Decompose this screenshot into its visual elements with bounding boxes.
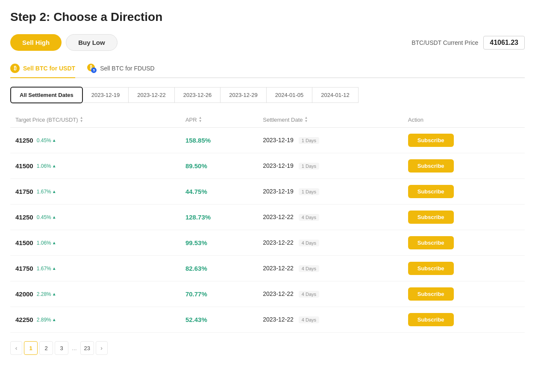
buy-low-button[interactable]: Buy Low (66, 34, 118, 51)
td-settlement-7: 2023-12-22 4 Days (258, 307, 403, 333)
days-badge-1: 1 Days (299, 163, 319, 170)
arrow-up-icon-1: ▲ (52, 164, 56, 168)
settlement-tab-0[interactable]: All Settlement Dates (10, 87, 83, 103)
pagination-next[interactable]: › (96, 341, 108, 355)
th-action: Action (403, 112, 525, 128)
btc-usdt-icon: ₿ (10, 64, 20, 73)
apr-value-1: 89.50% (185, 162, 207, 170)
days-badge-3: 4 Days (299, 214, 319, 221)
subscribe-button-4[interactable]: Subscribe (408, 236, 454, 249)
settlement-tab-3[interactable]: 2023-12-26 (175, 87, 221, 103)
td-target-price-1: 41500 1.06% ▲ (10, 153, 180, 179)
settlement-tab-1[interactable]: 2023-12-19 (83, 87, 129, 103)
subscribe-button-2[interactable]: Subscribe (408, 185, 454, 198)
td-target-price-3: 41250 0.45% ▲ (10, 205, 180, 230)
days-badge-5: 4 Days (299, 265, 319, 272)
pagination: ‹123...23› (10, 341, 525, 355)
target-price-value-5: 41750 (15, 265, 33, 272)
direction-bar: Sell High Buy Low BTC/USDT Current Price… (10, 34, 525, 51)
apr-value-6: 70.77% (185, 290, 207, 298)
settle-date-1: 2023-12-19 (263, 162, 294, 169)
page-btn-2[interactable]: 2 (39, 341, 53, 355)
target-price-value-0: 41250 (15, 137, 33, 144)
table-row: 41500 1.06% ▲ 99.53% 2023-12-22 4 Days S… (10, 230, 525, 256)
th-target-price-label: Target Price (BTC/USDT) (15, 117, 78, 123)
subscribe-button-1[interactable]: Subscribe (408, 159, 454, 173)
arrow-up-icon-5: ▲ (52, 266, 56, 271)
btc-fdusd-icon: ₿ 5 (87, 64, 97, 73)
page-btn-last[interactable]: 23 (80, 341, 94, 355)
main-table-wrap: Target Price (BTC/USDT) ▲▼ APR ▲▼ Settle… (10, 112, 525, 333)
pagination-prev[interactable]: ‹ (10, 341, 22, 355)
current-price-area: BTC/USDT Current Price 41061.23 (412, 36, 525, 50)
apr-value-5: 82.63% (185, 265, 207, 272)
th-settlement-date-label: Settlement Date (263, 117, 303, 123)
target-price-value-7: 42250 (15, 316, 33, 323)
settle-date-6: 2023-12-22 (263, 290, 294, 297)
page-title: Step 2: Choose a Direction (10, 10, 525, 24)
subscribe-button-0[interactable]: Subscribe (408, 134, 454, 147)
subscribe-button-7[interactable]: Subscribe (408, 313, 454, 326)
settlement-tab-6[interactable]: 2024-01-12 (312, 87, 359, 103)
settle-date-0: 2023-12-19 (263, 137, 294, 143)
arrow-up-icon-4: ▲ (52, 240, 56, 245)
current-price-value: 41061.23 (483, 36, 525, 50)
target-price-value-4: 41500 (15, 239, 33, 246)
th-target-price: Target Price (BTC/USDT) ▲▼ (10, 112, 180, 128)
subscribe-button-3[interactable]: Subscribe (408, 211, 454, 224)
settlement-tab-5[interactable]: 2024-01-05 (267, 87, 313, 103)
sell-high-button[interactable]: Sell High (10, 34, 62, 51)
settle-date-4: 2023-12-22 (263, 239, 294, 246)
settlement-tab-2[interactable]: 2023-12-22 (129, 87, 175, 103)
td-target-price-5: 41750 1.67% ▲ (10, 256, 180, 281)
table-body: 41250 0.45% ▲ 158.85% 2023-12-19 1 Days … (10, 128, 525, 333)
page-btn-3[interactable]: 3 (55, 341, 68, 355)
target-price-value-2: 41750 (15, 188, 33, 195)
apr-value-0: 158.85% (185, 137, 211, 144)
main-table: Target Price (BTC/USDT) ▲▼ APR ▲▼ Settle… (10, 112, 525, 333)
settlement-tabs: All Settlement Dates2023-12-192023-12-22… (10, 87, 525, 103)
td-action-1: Subscribe (403, 153, 525, 179)
target-pct-7: 2.89% ▲ (37, 317, 56, 323)
table-header: Target Price (BTC/USDT) ▲▼ APR ▲▼ Settle… (10, 112, 525, 128)
th-action-label: Action (408, 117, 423, 123)
page-btn-1[interactable]: 1 (24, 341, 38, 355)
td-action-0: Subscribe (403, 128, 525, 153)
subscribe-button-5[interactable]: Subscribe (408, 262, 454, 275)
settlement-tab-4[interactable]: 2023-12-29 (220, 87, 267, 103)
apr-value-2: 44.75% (185, 188, 207, 195)
target-price-value-1: 41500 (15, 162, 33, 170)
sort-arrows-apr: ▲▼ (199, 116, 202, 123)
tab-sell-btc-usdt-label: Sell BTC for USDT (23, 65, 75, 72)
td-apr-1: 89.50% (180, 153, 258, 179)
sort-target-price[interactable]: Target Price (BTC/USDT) ▲▼ (15, 116, 83, 123)
apr-value-7: 52.43% (185, 316, 207, 323)
days-badge-0: 1 Days (299, 137, 319, 144)
td-target-price-7: 42250 2.89% ▲ (10, 307, 180, 333)
td-action-5: Subscribe (403, 256, 525, 281)
td-target-price-0: 41250 0.45% ▲ (10, 128, 180, 153)
days-badge-6: 4 Days (299, 291, 319, 298)
td-action-6: Subscribe (403, 281, 525, 307)
td-apr-2: 44.75% (180, 179, 258, 205)
td-settlement-4: 2023-12-22 4 Days (258, 230, 403, 256)
settle-date-3: 2023-12-22 (263, 214, 294, 220)
tab-sell-btc-fdusd[interactable]: ₿ 5 Sell BTC for FDUSD (87, 59, 155, 78)
settle-date-5: 2023-12-22 (263, 265, 294, 272)
table-row: 41250 0.45% ▲ 128.73% 2023-12-22 4 Days … (10, 205, 525, 230)
target-pct-5: 1.67% ▲ (37, 266, 56, 272)
days-badge-7: 4 Days (299, 316, 319, 323)
days-badge-4: 4 Days (299, 240, 319, 246)
tab-sell-btc-usdt[interactable]: ₿ Sell BTC for USDT (10, 59, 75, 78)
subscribe-button-6[interactable]: Subscribe (408, 287, 454, 301)
sort-settlement-date[interactable]: Settlement Date ▲▼ (263, 116, 308, 123)
direction-buttons: Sell High Buy Low (10, 34, 118, 51)
td-action-2: Subscribe (403, 179, 525, 205)
table-row: 41750 1.67% ▲ 82.63% 2023-12-22 4 Days S… (10, 256, 525, 281)
td-action-4: Subscribe (403, 230, 525, 256)
table-row: 41750 1.67% ▲ 44.75% 2023-12-19 1 Days S… (10, 179, 525, 205)
days-badge-2: 1 Days (299, 188, 319, 195)
td-target-price-4: 41500 1.06% ▲ (10, 230, 180, 256)
table-row: 42250 2.89% ▲ 52.43% 2023-12-22 4 Days S… (10, 307, 525, 333)
sort-apr[interactable]: APR ▲▼ (185, 116, 202, 123)
